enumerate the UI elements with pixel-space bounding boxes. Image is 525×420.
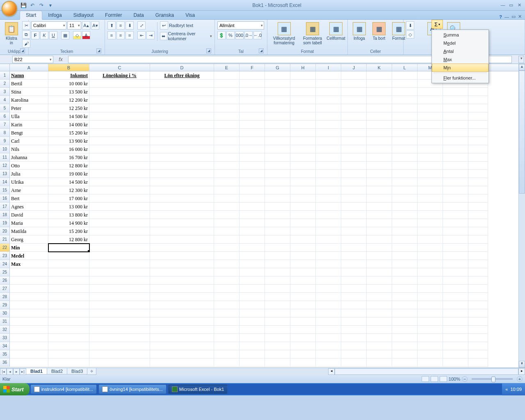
- insert-cells-button[interactable]: ▦Infoga: [350, 21, 368, 41]
- wrap-text-button[interactable]: ↩ Radbryt text: [160, 21, 212, 30]
- scroll-thumb[interactable]: [519, 71, 525, 194]
- cell-K32[interactable]: [367, 326, 392, 334]
- cell-E14[interactable]: [214, 178, 240, 186]
- row-head-26[interactable]: 26: [0, 276, 10, 285]
- cell-I16[interactable]: [316, 194, 341, 203]
- cell-C27[interactable]: [89, 285, 150, 293]
- cell-D20[interactable]: [150, 227, 214, 235]
- cell-H13[interactable]: [290, 170, 316, 178]
- cell-F11[interactable]: [240, 153, 265, 162]
- decrease-indent-icon[interactable]: ⇤: [137, 31, 146, 39]
- cell-L29[interactable]: [392, 301, 418, 309]
- sheet-nav-prev-icon[interactable]: ◂: [7, 368, 13, 375]
- row-head-7[interactable]: 7: [0, 121, 10, 129]
- cell-K26[interactable]: [367, 276, 392, 285]
- cell-K13[interactable]: [367, 170, 392, 178]
- col-B[interactable]: B: [48, 64, 89, 71]
- mdi-close-icon[interactable]: ✕: [518, 14, 522, 19]
- cell-C5[interactable]: [89, 104, 150, 112]
- cell-N36[interactable]: [443, 358, 468, 367]
- cell-G19[interactable]: [265, 219, 290, 227]
- cell-J11[interactable]: [341, 153, 367, 162]
- cell-C32[interactable]: [89, 326, 150, 334]
- cell-O6[interactable]: [468, 112, 488, 121]
- name-box[interactable]: B22: [12, 56, 53, 63]
- row-head-5[interactable]: 5: [0, 104, 10, 112]
- cell-I25[interactable]: [316, 268, 341, 276]
- cell-L30[interactable]: [392, 309, 418, 317]
- cell-I5[interactable]: [316, 104, 341, 112]
- cell-A6[interactable]: Ulla: [10, 112, 48, 121]
- cell-M8[interactable]: [418, 129, 443, 137]
- cell-F15[interactable]: [240, 186, 265, 194]
- cell-B6[interactable]: 14 500 kr: [48, 112, 89, 121]
- cell-F10[interactable]: [240, 145, 265, 153]
- scroll-up-icon[interactable]: ▲: [519, 64, 525, 71]
- cell-H32[interactable]: [290, 326, 316, 334]
- cell-H12[interactable]: [290, 162, 316, 170]
- cell-H24[interactable]: [290, 260, 316, 268]
- cell-D29[interactable]: [150, 301, 214, 309]
- cell-J23[interactable]: [341, 252, 367, 260]
- cell-G16[interactable]: [265, 194, 290, 203]
- cell-E1[interactable]: [214, 71, 240, 80]
- zoom-slider[interactable]: [472, 378, 513, 380]
- minimize-icon[interactable]: —: [500, 2, 506, 8]
- cell-O5[interactable]: [468, 104, 488, 112]
- cell-K24[interactable]: [367, 260, 392, 268]
- cell-O10[interactable]: [468, 145, 488, 153]
- cell-M22[interactable]: [418, 244, 443, 252]
- cell-K30[interactable]: [367, 309, 392, 317]
- cell-M27[interactable]: [418, 285, 443, 293]
- row-head-17[interactable]: 17: [0, 203, 10, 211]
- cell-B36[interactable]: [48, 358, 89, 367]
- cell-F12[interactable]: [240, 162, 265, 170]
- cell-E21[interactable]: [214, 235, 240, 244]
- cell-C16[interactable]: [89, 194, 150, 203]
- cell-E35[interactable]: [214, 350, 240, 358]
- cell-N13[interactable]: [443, 170, 468, 178]
- cell-D27[interactable]: [150, 285, 214, 293]
- cell-D23[interactable]: [150, 252, 214, 260]
- cell-C35[interactable]: [89, 350, 150, 358]
- cell-M25[interactable]: [418, 268, 443, 276]
- row-head-1[interactable]: 1: [0, 71, 10, 80]
- cell-J25[interactable]: [341, 268, 367, 276]
- cell-E11[interactable]: [214, 153, 240, 162]
- cell-L24[interactable]: [392, 260, 418, 268]
- cell-A13[interactable]: Julia: [10, 170, 48, 178]
- cell-N35[interactable]: [443, 350, 468, 358]
- cell-D16[interactable]: [150, 194, 214, 203]
- cell-K6[interactable]: [367, 112, 392, 121]
- cell-M3[interactable]: [418, 88, 443, 96]
- cell-N24[interactable]: [443, 260, 468, 268]
- cell-H19[interactable]: [290, 219, 316, 227]
- cell-L12[interactable]: [392, 162, 418, 170]
- cell-J24[interactable]: [341, 260, 367, 268]
- row-head-11[interactable]: 11: [0, 153, 10, 162]
- cell-C31[interactable]: [89, 317, 150, 326]
- cell-O35[interactable]: [468, 350, 488, 358]
- cell-E4[interactable]: [214, 96, 240, 104]
- cell-I3[interactable]: [316, 88, 341, 96]
- cell-J32[interactable]: [341, 326, 367, 334]
- cell-D3[interactable]: [150, 88, 214, 96]
- cell-C6[interactable]: [89, 112, 150, 121]
- cell-I11[interactable]: [316, 153, 341, 162]
- cell-M15[interactable]: [418, 186, 443, 194]
- cell-J20[interactable]: [341, 227, 367, 235]
- cell-K4[interactable]: [367, 96, 392, 104]
- row-head-3[interactable]: 3: [0, 88, 10, 96]
- cell-H20[interactable]: [290, 227, 316, 235]
- col-A[interactable]: A: [10, 64, 48, 71]
- cell-G20[interactable]: [265, 227, 290, 235]
- cell-L11[interactable]: [392, 153, 418, 162]
- cell-F26[interactable]: [240, 276, 265, 285]
- row-head-19[interactable]: 19: [0, 219, 10, 227]
- cell-N15[interactable]: [443, 186, 468, 194]
- cell-F23[interactable]: [240, 252, 265, 260]
- cell-L9[interactable]: [392, 137, 418, 145]
- merge-center-button[interactable]: ⬌ Centrera över kolumner ▾: [160, 31, 212, 41]
- cell-F28[interactable]: [240, 293, 265, 301]
- cell-I18[interactable]: [316, 211, 341, 219]
